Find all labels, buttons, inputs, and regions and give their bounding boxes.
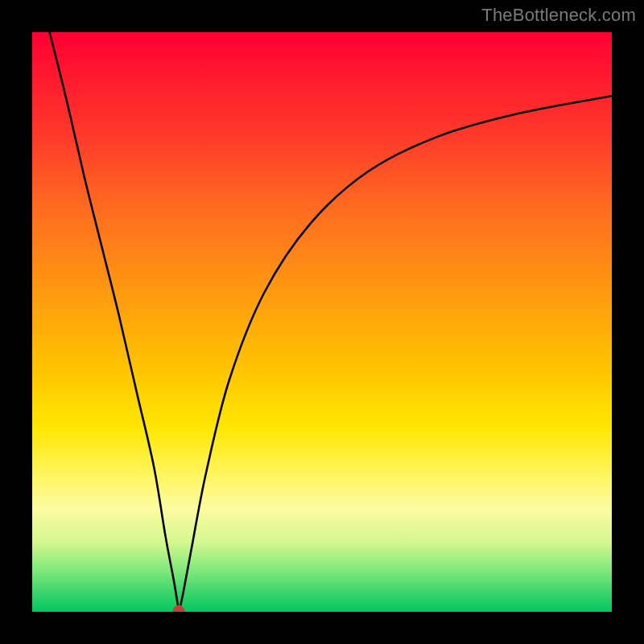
plot-area xyxy=(32,32,612,612)
attribution-label: TheBottleneck.com xyxy=(481,5,636,26)
chart-frame: TheBottleneck.com xyxy=(0,0,644,644)
bottleneck-curve xyxy=(32,32,612,612)
curve-path xyxy=(50,32,612,612)
